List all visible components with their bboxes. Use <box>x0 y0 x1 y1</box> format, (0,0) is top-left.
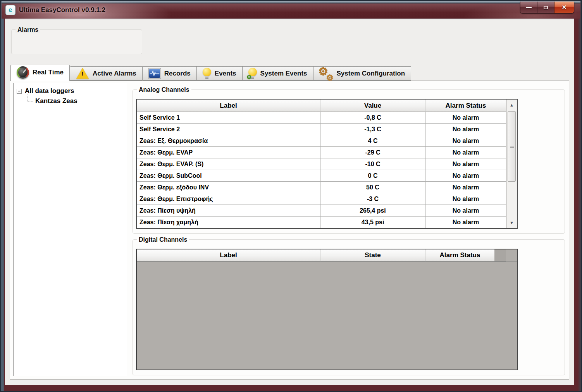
scrollbar-thumb[interactable] <box>508 111 516 182</box>
lightbulb-icon <box>203 68 211 79</box>
gears-icon: ⚙⚙ <box>319 67 333 80</box>
warning-icon: ! <box>76 68 89 79</box>
channel-alarm-status: No alarm <box>425 217 506 228</box>
tab-strip: Real Time ! Active Alarms Records Events <box>10 64 574 81</box>
alarms-groupbox-label: Alarms <box>15 26 40 33</box>
tree-child-label: Kantzas Zeas <box>35 97 77 105</box>
column-header-value[interactable]: Value <box>320 100 425 112</box>
table-row[interactable]: Zeas: Θερμ. EVAP -29 C No alarm <box>137 147 506 158</box>
table-corner <box>494 249 506 261</box>
channel-value: -1,3 C <box>320 124 425 135</box>
close-icon: ✕ <box>562 4 567 11</box>
digital-channels-groupbox: Digital Channels Label State Alarm Statu… <box>133 239 565 375</box>
maximize-button[interactable] <box>537 2 554 13</box>
tab-active-alarms[interactable]: ! Active Alarms <box>70 66 143 81</box>
table-row[interactable]: Zeas: Θερμ. Επιστροφής -3 C No alarm <box>137 193 506 205</box>
app-window: e Ultima EasyControl v0.9.1.2 ✕ Alarms R… <box>0 0 582 392</box>
channel-label: Zeas: Θερμ. EVAP <box>137 147 320 158</box>
tab-label: Active Alarms <box>93 70 136 77</box>
channel-value: 265,4 psi <box>320 205 425 216</box>
waveform-icon <box>148 68 161 79</box>
scroll-down-icon[interactable]: ▼ <box>506 218 517 227</box>
channel-alarm-status: No alarm <box>425 112 506 123</box>
window-controls: ✕ <box>520 2 574 14</box>
minimize-icon <box>526 7 532 8</box>
table-row[interactable]: Self Service 2 -1,3 C No alarm <box>137 124 506 135</box>
channel-value: 0 C <box>320 170 425 181</box>
tab-label: System Configuration <box>337 70 405 77</box>
table-row[interactable]: Zeas: Θερμ. εξόδου INV 50 C No alarm <box>137 182 506 193</box>
channel-value: 50 C <box>320 182 425 193</box>
channel-label: Zeas: Εξ. Θερμοκρασία <box>137 135 320 146</box>
table-row[interactable]: Zeas: Πίεση υψηλή 265,4 psi No alarm <box>137 205 506 217</box>
table-row[interactable]: Zeas: Εξ. Θερμοκρασία 4 C No alarm <box>137 135 506 147</box>
channel-label: Zeas: Θερμ. εξόδου INV <box>137 182 320 193</box>
analog-channels-groupbox: Analog Channels Label Value Alarm Status… <box>133 89 565 234</box>
channel-label: Self Service 2 <box>137 124 320 135</box>
channel-label: Zeas: Θερμ. EVAP. (S) <box>137 158 320 170</box>
tab-events[interactable]: Events <box>197 66 243 81</box>
channel-alarm-status: No alarm <box>425 124 506 135</box>
channel-label: Zeas: Θερμ. Επιστροφής <box>137 193 320 205</box>
real-time-tab-page: − All data loggers Kantzas Zeas Analog C… <box>10 81 569 380</box>
channel-label: Zeas: Θερμ. SubCool <box>137 170 320 181</box>
tab-label: Events <box>215 70 236 77</box>
analog-channels-table: Label Value Alarm Status Self Service 1 … <box>136 99 518 229</box>
titlebar[interactable]: e Ultima EasyControl v0.9.1.2 ✕ <box>2 1 580 19</box>
close-button[interactable]: ✕ <box>554 2 574 13</box>
tab-label: System Events <box>260 70 307 77</box>
tab-real-time[interactable]: Real Time <box>10 65 70 81</box>
analog-channels-label: Analog Channels <box>137 86 191 93</box>
digital-table-empty-body <box>137 262 517 370</box>
scroll-up-icon[interactable]: ▲ <box>506 100 517 110</box>
window-title: Ultima EasyControl v0.9.1.2 <box>19 6 105 14</box>
minimize-button[interactable] <box>520 2 537 13</box>
datalogger-tree[interactable]: − All data loggers Kantzas Zeas <box>13 83 127 376</box>
channels-area: Analog Channels Label Value Alarm Status… <box>133 83 565 376</box>
analog-table-header: Label Value Alarm Status <box>137 100 506 112</box>
analog-table-rows: Self Service 1 -0,8 C No alarm Self Serv… <box>137 112 506 228</box>
gauge-icon <box>17 66 29 79</box>
tab-system-events[interactable]: ⚙ System Events <box>243 66 313 81</box>
column-header-alarm-status[interactable]: Alarm Status <box>425 249 494 261</box>
tab-records[interactable]: Records <box>143 66 197 81</box>
table-row[interactable]: Zeas: Πίεση χαμηλή 43,5 psi No alarm <box>137 217 506 228</box>
vertical-scrollbar[interactable]: ▲ ▼ <box>506 100 517 228</box>
alarms-groupbox: Alarms <box>11 29 142 54</box>
table-row[interactable]: Self Service 1 -0,8 C No alarm <box>137 112 506 124</box>
channel-value: -29 C <box>320 147 425 158</box>
client-area: Alarms Real Time ! Active Alarms Records <box>5 19 574 385</box>
tab-label: Real Time <box>33 69 64 76</box>
tree-item-kantzas-zeas[interactable]: Kantzas Zeas <box>35 97 124 105</box>
column-header-label[interactable]: Label <box>137 249 320 261</box>
channel-label: Self Service 1 <box>137 112 320 123</box>
column-header-label[interactable]: Label <box>137 100 320 112</box>
channel-alarm-status: No alarm <box>425 170 506 181</box>
tree-root-label: All data loggers <box>25 87 74 95</box>
channel-alarm-status: No alarm <box>425 135 506 146</box>
channel-alarm-status: No alarm <box>425 205 506 216</box>
app-icon-glyph: e <box>8 6 13 14</box>
channel-value: 43,5 psi <box>320 217 425 228</box>
tree-item-all-data-loggers[interactable]: − All data loggers <box>17 87 124 95</box>
channel-label: Zeas: Πίεση χαμηλή <box>137 217 320 228</box>
digital-channels-label: Digital Channels <box>137 236 189 243</box>
lightbulb-gear-icon: ⚙ <box>248 68 257 79</box>
table-row[interactable]: Zeas: Θερμ. EVAP. (S) -10 C No alarm <box>137 158 506 170</box>
table-row[interactable]: Zeas: Θερμ. SubCool 0 C No alarm <box>137 170 506 182</box>
tab-label: Records <box>164 70 191 77</box>
channel-alarm-status: No alarm <box>425 158 506 170</box>
column-header-alarm-status[interactable]: Alarm Status <box>425 100 506 112</box>
channel-value: 4 C <box>320 135 425 146</box>
digital-channels-table: Label State Alarm Status <box>136 249 518 370</box>
channel-alarm-status: No alarm <box>425 147 506 158</box>
channel-alarm-status: No alarm <box>425 182 506 193</box>
digital-table-header: Label State Alarm Status <box>137 249 517 262</box>
collapse-icon[interactable]: − <box>17 89 22 94</box>
maximize-icon <box>544 6 548 9</box>
channel-value: -3 C <box>320 193 425 205</box>
channel-value: -10 C <box>320 158 425 170</box>
tab-system-configuration[interactable]: ⚙⚙ System Configuration <box>313 66 412 81</box>
column-header-state[interactable]: State <box>320 249 425 261</box>
channel-alarm-status: No alarm <box>425 193 506 205</box>
